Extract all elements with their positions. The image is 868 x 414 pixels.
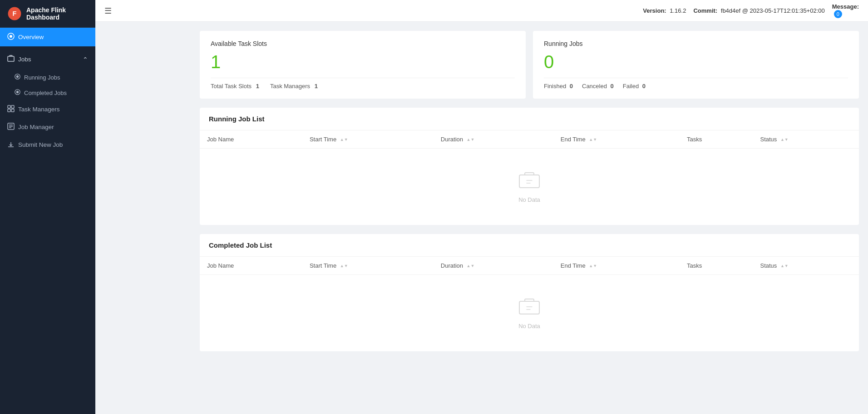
topbar: ☰ Version: 1.16.2 Commit: fb4d4ef @ 2023… <box>95 0 868 22</box>
completed-job-list-section: Completed Job List Job Name Start Time ▲… <box>200 234 859 351</box>
svg-rect-9 <box>8 105 10 108</box>
canceled-label: Canceled <box>582 83 607 90</box>
jobs-icon <box>7 55 15 64</box>
summary-cards: Available Task Slots 1 Total Task Slots … <box>200 31 859 99</box>
sidebar-job-manager-label: Job Manager <box>18 124 54 130</box>
running-jobs-no-data-text: No Data <box>518 196 540 203</box>
col-start-time-1[interactable]: Start Time ▲▼ <box>302 130 434 149</box>
topbar-left: ☰ <box>104 6 112 16</box>
commit-value: fb4d4ef @ 2023-05-17T12:01:35+02:00 <box>721 7 825 14</box>
svg-point-3 <box>10 35 12 38</box>
col-duration-2[interactable]: Duration ▲▼ <box>434 257 553 275</box>
completed-job-table: Job Name Start Time ▲▼ Duration ▲▼ End T… <box>200 257 859 275</box>
commit-info: Commit: fb4d4ef @ 2023-05-17T12:01:35+02… <box>693 7 824 14</box>
col-job-name-2: Job Name <box>200 257 302 275</box>
col-start-time-2[interactable]: Start Time ▲▼ <box>302 257 434 275</box>
sidebar-header: F Apache Flink Dashboard <box>0 0 95 28</box>
task-managers-value: 1 <box>315 83 318 90</box>
task-managers-count: Task Managers 1 <box>270 83 318 90</box>
completed-jobs-no-data-text: No Data <box>518 323 540 329</box>
topbar-right: Version: 1.16.2 Commit: fb4d4ef @ 2023-0… <box>643 3 859 18</box>
total-task-slots: Total Task Slots 1 <box>211 83 259 90</box>
sidebar-item-submit-new-job[interactable]: Submit New Job <box>0 136 95 154</box>
col-tasks-2: Tasks <box>680 257 753 275</box>
sidebar-completed-jobs-label: Completed Jobs <box>24 90 67 96</box>
running-jobs-stats: Finished 0 Canceled 0 Failed 0 <box>544 78 848 90</box>
job-manager-icon <box>7 123 15 131</box>
col-end-time-1[interactable]: End Time ▲▼ <box>553 130 680 149</box>
col-status-2[interactable]: Status ▲▼ <box>753 257 859 275</box>
version-info: Version: 1.16.2 <box>643 7 686 14</box>
sidebar-item-job-manager[interactable]: Job Manager <box>0 118 95 136</box>
svg-text:F: F <box>13 10 17 17</box>
completed-jobs-icon <box>15 89 20 96</box>
sidebar-jobs-label: Jobs <box>18 56 31 63</box>
svg-point-6 <box>16 75 18 77</box>
message-label: Message: <box>832 3 859 10</box>
canceled-value: 0 <box>611 83 614 90</box>
message-badge: 0 <box>834 10 842 18</box>
running-jobs-value: 0 <box>544 52 848 72</box>
main-content: Available Task Slots 1 Total Task Slots … <box>191 22 868 414</box>
col-tasks-1: Tasks <box>680 130 753 149</box>
sidebar-submit-job-label: Submit New Job <box>18 141 63 148</box>
overview-icon <box>7 33 15 41</box>
running-job-list-title: Running Job List <box>200 108 859 130</box>
hamburger-icon[interactable]: ☰ <box>104 6 112 16</box>
version-label: Version: <box>643 7 666 14</box>
failed-stat: Failed 0 <box>623 83 646 90</box>
sidebar-item-task-managers[interactable]: Task Managers <box>0 100 95 118</box>
svg-point-8 <box>16 91 18 93</box>
jobs-chevron-icon: ⌃ <box>83 56 88 63</box>
running-jobs-title: Running Jobs <box>544 40 848 47</box>
col-job-name-1: Job Name <box>200 130 302 149</box>
sidebar-task-managers-label: Task Managers <box>18 106 60 113</box>
finished-label: Finished <box>544 83 566 90</box>
col-end-time-2[interactable]: End Time ▲▼ <box>553 257 680 275</box>
sidebar: F Apache Flink Dashboard Overview Jobs ⌃… <box>0 0 95 414</box>
task-managers-icon <box>7 105 15 114</box>
svg-rect-11 <box>8 109 10 112</box>
finished-value: 0 <box>570 83 573 90</box>
total-task-slots-value: 1 <box>256 83 259 90</box>
col-duration-1[interactable]: Duration ▲▼ <box>434 130 553 149</box>
sidebar-running-jobs-label: Running Jobs <box>24 74 60 81</box>
running-job-list-section: Running Job List Job Name Start Time ▲▼ … <box>200 108 859 225</box>
svg-rect-14 <box>519 175 539 188</box>
svg-rect-12 <box>11 109 14 112</box>
running-jobs-no-data: No Data <box>200 149 859 225</box>
no-data-icon-2 <box>518 297 540 319</box>
completed-job-list-title: Completed Job List <box>200 234 859 257</box>
sidebar-item-overview-label: Overview <box>18 34 44 40</box>
running-jobs-card: Running Jobs 0 Finished 0 Canceled 0 Fai… <box>533 31 859 99</box>
total-task-slots-label: Total Task Slots <box>211 83 252 90</box>
available-task-slots-value: 1 <box>211 52 515 72</box>
submit-job-icon <box>7 140 15 149</box>
svg-rect-4 <box>8 56 14 61</box>
sidebar-item-running-jobs[interactable]: Running Jobs <box>0 70 95 85</box>
running-job-table: Job Name Start Time ▲▼ Duration ▲▼ End T… <box>200 130 859 149</box>
sidebar-jobs-section: Jobs ⌃ <box>0 46 95 70</box>
no-data-icon-1 <box>518 170 540 193</box>
version-value: 1.16.2 <box>670 7 686 14</box>
svg-rect-15 <box>519 301 539 314</box>
failed-value: 0 <box>642 83 646 90</box>
finished-stat: Finished 0 <box>544 83 573 90</box>
canceled-stat: Canceled 0 <box>582 83 614 90</box>
available-task-slots-card: Available Task Slots 1 Total Task Slots … <box>200 31 526 99</box>
sidebar-title: Apache Flink Dashboard <box>26 6 88 21</box>
svg-rect-10 <box>11 105 14 108</box>
completed-jobs-no-data: No Data <box>200 275 859 351</box>
message-info: Message: 0 <box>832 3 859 18</box>
running-jobs-icon <box>15 74 20 81</box>
task-managers-label: Task Managers <box>270 83 310 90</box>
col-status-1[interactable]: Status ▲▼ <box>753 130 859 149</box>
available-task-slots-title: Available Task Slots <box>211 40 515 47</box>
sidebar-item-overview[interactable]: Overview <box>0 28 95 46</box>
available-task-slots-footer: Total Task Slots 1 Task Managers 1 <box>211 78 515 90</box>
sidebar-jobs-header[interactable]: Jobs ⌃ <box>7 51 88 68</box>
sidebar-item-completed-jobs[interactable]: Completed Jobs <box>0 85 95 100</box>
failed-label: Failed <box>623 83 639 90</box>
flink-logo: F <box>7 6 22 21</box>
commit-label: Commit: <box>693 7 717 14</box>
